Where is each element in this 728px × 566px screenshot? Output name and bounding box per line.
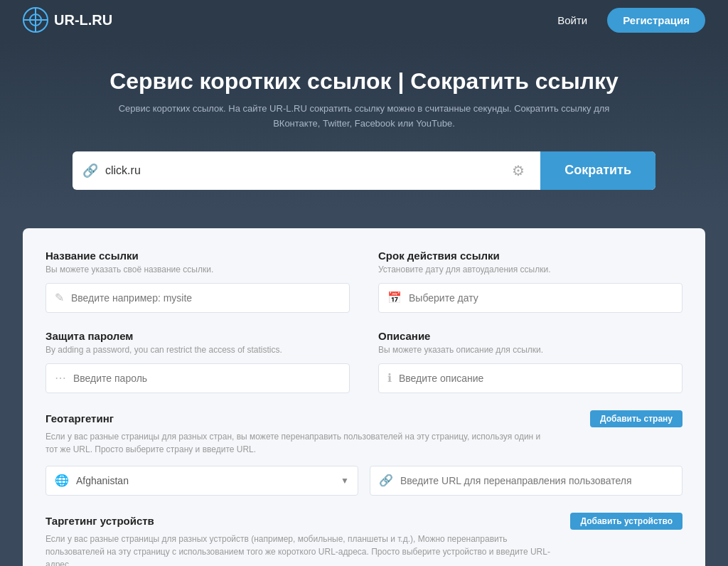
link-name-input[interactable] (71, 284, 341, 312)
expiry-hint: Установите дату для автоудаления ссылки. (378, 265, 682, 274)
geo-url-input[interactable] (400, 466, 673, 495)
password-input[interactable] (73, 364, 341, 393)
geotargeting-title: Геотаргетинг (46, 412, 114, 424)
country-select-wrap: 🌐 Afghanistan Albania Algeria Russia USA… (46, 466, 358, 496)
device-targeting-hint: Если у вас разные страницы для разных ус… (46, 533, 555, 566)
password-icon: ⋯ (55, 371, 66, 385)
link-name-hint: Вы можете указать своё название ссылки. (46, 265, 350, 274)
link-name-section: Название ссылки Вы можете указать своё н… (46, 250, 350, 313)
expiry-section: Срок действия ссылки Установите дату для… (378, 250, 682, 313)
geo-link-icon: 🔗 (379, 474, 393, 487)
header: UR-L.RU Войти Регистрация (0, 0, 728, 40)
description-hint: Вы можете указать описание для ссылки. (378, 345, 682, 355)
description-label: Описание (378, 330, 682, 342)
geotargeting-section: Геотаргетинг Добавить страну Если у вас … (46, 410, 682, 496)
register-button[interactable]: Регистрация (607, 8, 705, 33)
device-targeting-header: Таргетинг устройств Добавить устройство (46, 513, 682, 530)
info-icon: ℹ (387, 371, 392, 385)
geotargeting-header: Геотаргетинг Добавить страну (46, 410, 682, 427)
description-input-wrap: ℹ (378, 363, 682, 393)
password-section: Защита паролем By adding a password, you… (46, 330, 350, 393)
logo-icon (23, 7, 48, 33)
description-input[interactable] (399, 364, 673, 393)
device-targeting-section: Таргетинг устройств Добавить устройство … (46, 513, 682, 566)
link-name-label: Название ссылки (46, 250, 350, 262)
password-hint: By adding a password, you can restrict t… (46, 345, 350, 355)
geotargeting-hint: Если у вас разные страницы для разных ст… (46, 430, 555, 456)
expiry-label: Срок действия ссылки (378, 250, 682, 262)
expiry-input[interactable] (409, 284, 673, 312)
form-grid: Название ссылки Вы можете указать своё н… (46, 250, 682, 393)
geotargeting-row: 🌐 Afghanistan Albania Algeria Russia USA… (46, 466, 682, 496)
url-bar: 🔗 ⚙ Сократить (73, 151, 655, 190)
logo-link[interactable]: UR-L.RU (23, 7, 112, 33)
link-icon: 🔗 (82, 163, 98, 178)
main-content-card: Название ссылки Вы можете указать своё н… (23, 228, 705, 566)
password-label: Защита паролем (46, 330, 350, 342)
hero-section: Сервис коротких ссылок | Сократить ссылк… (0, 40, 728, 211)
password-input-wrap: ⋯ (46, 363, 350, 393)
device-targeting-title: Таргетинг устройств (46, 515, 154, 527)
add-country-button[interactable]: Добавить страну (590, 410, 682, 427)
hero-subtitle: Сервис коротких ссылок. На сайте UR-L.RU… (108, 102, 620, 132)
shorten-button[interactable]: Сократить (540, 151, 655, 190)
expiry-input-wrap: 📅 (378, 283, 682, 313)
country-select[interactable]: Afghanistan Albania Algeria Russia USA (76, 466, 349, 495)
link-name-input-wrap: ✎ (46, 283, 350, 313)
calendar-icon: 📅 (387, 291, 402, 304)
hero-title: Сервис коротких ссылок | Сократить ссылк… (14, 68, 714, 95)
add-device-button[interactable]: Добавить устройство (570, 513, 682, 530)
globe-icon: 🌐 (55, 474, 69, 487)
logo-text: UR-L.RU (54, 12, 112, 28)
header-nav: Войти Регистрация (549, 8, 705, 33)
pencil-icon: ✎ (55, 291, 64, 304)
url-input[interactable] (105, 164, 499, 177)
description-section: Описание Вы можете указать описание для … (378, 330, 682, 393)
settings-icon[interactable]: ⚙ (506, 162, 530, 179)
url-input-area: 🔗 ⚙ (73, 151, 540, 190)
login-button[interactable]: Войти (549, 10, 596, 31)
geo-url-input-wrap: 🔗 (370, 466, 682, 496)
